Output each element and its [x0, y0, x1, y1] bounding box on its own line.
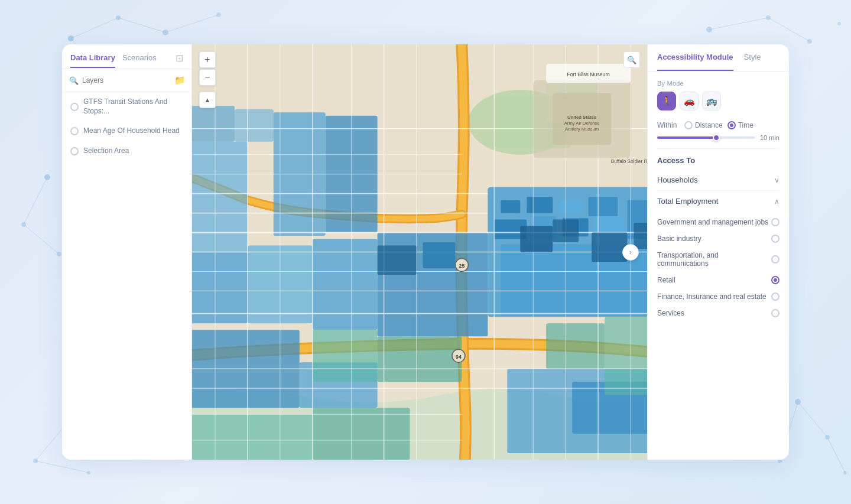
layer-item-mean-age[interactable]: Mean Age Of Household Head: [62, 121, 191, 141]
tab-style[interactable]: Style: [744, 44, 761, 71]
north-icon: ▲: [204, 96, 211, 103]
option-gov-radio[interactable]: [771, 218, 779, 226]
option-gov[interactable]: Government and management jobs: [648, 214, 789, 230]
svg-line-5: [71, 18, 118, 38]
svg-line-24: [798, 402, 827, 437]
svg-line-18: [709, 18, 768, 30]
option-transport-label: Transportation, and communications: [657, 251, 771, 268]
tab-accessibility-module[interactable]: Accessibility Module: [657, 44, 733, 71]
svg-text:25: 25: [459, 263, 465, 269]
chevron-right-icon: ›: [629, 248, 632, 256]
map-area[interactable]: 94 25 United States Army Air Defense Art…: [192, 44, 647, 460]
distance-label: Distance: [695, 121, 723, 129]
layer-item-selection[interactable]: Selection Area: [62, 141, 191, 161]
by-mode-section: By Mode 🚶 🚗 🚌: [648, 71, 789, 115]
north-button[interactable]: ▲: [199, 92, 216, 108]
households-accordion[interactable]: Households ∨: [648, 170, 789, 190]
svg-rect-101: [378, 246, 417, 275]
option-basic-label: Basic industry: [657, 235, 701, 243]
svg-point-21: [825, 435, 830, 440]
layer-item-gtfs[interactable]: GTFS Transit Stations And Stops:...: [62, 92, 191, 121]
option-services-label: Services: [657, 309, 684, 317]
svg-point-0: [68, 35, 74, 41]
layer-dot-gtfs: [70, 103, 79, 111]
svg-point-28: [33, 459, 38, 463]
svg-rect-102: [423, 242, 455, 268]
option-transport-radio[interactable]: [771, 255, 779, 264]
folder-icon[interactable]: 📁: [174, 75, 186, 86]
option-retail-label: Retail: [657, 276, 675, 284]
zoom-out-button[interactable]: −: [199, 69, 216, 86]
right-panel-tabs: Accessibility Module Style: [648, 44, 789, 71]
svg-rect-61: [546, 323, 605, 369]
map-expand-button[interactable]: ›: [622, 244, 639, 261]
layer-search-row: 🔍 📁: [62, 69, 191, 92]
option-retail-radio[interactable]: [771, 276, 779, 284]
tab-data-library[interactable]: Data Library: [70, 53, 115, 68]
layer-label-gtfs: GTFS Transit Stations And Stops:...: [83, 97, 183, 116]
svg-text:Army Air Defense: Army Air Defense: [564, 121, 600, 126]
households-label: Households: [657, 175, 698, 184]
option-basic-radio[interactable]: [771, 235, 779, 243]
svg-point-29: [87, 471, 90, 474]
time-label: Time: [738, 121, 753, 129]
svg-rect-38: [527, 197, 553, 213]
svg-rect-40: [589, 197, 618, 216]
within-row: Within Distance Time: [648, 115, 789, 132]
svg-rect-56: [378, 336, 462, 382]
search-icon: 🔍: [69, 76, 79, 85]
time-radio[interactable]: [727, 121, 736, 129]
map-search-icon: 🔍: [627, 56, 636, 64]
layer-label-mean-age: Mean Age Of Household Head: [83, 126, 180, 136]
svg-point-1: [116, 15, 121, 20]
option-retail[interactable]: Retail: [648, 272, 789, 288]
distance-option[interactable]: Distance: [684, 121, 723, 129]
option-transport[interactable]: Transportation, and communications: [648, 247, 789, 272]
option-finance-radio[interactable]: [771, 292, 779, 301]
zoom-in-button[interactable]: +: [199, 51, 216, 68]
mode-row: 🚶 🚗 🚌: [657, 92, 779, 110]
svg-point-17: [837, 22, 841, 25]
svg-rect-57: [192, 414, 313, 460]
svg-rect-64: [235, 109, 274, 142]
search-input[interactable]: [82, 76, 171, 84]
mode-walk-button[interactable]: 🚶: [657, 92, 676, 110]
svg-point-23: [843, 471, 847, 474]
panel-expand-icon[interactable]: ⊡: [176, 53, 183, 69]
option-finance[interactable]: Finance, Insurance and real estate: [648, 288, 789, 305]
svg-point-15: [766, 15, 771, 20]
by-mode-label: By Mode: [657, 80, 779, 87]
map-controls: + − ▲: [199, 51, 216, 108]
total-employment-accordion[interactable]: Total Employment ∧: [648, 191, 789, 212]
option-gov-label: Government and management jobs: [657, 218, 768, 226]
main-container: Data Library Scenarios ⊡ 🔍 📁 GTFS Transi…: [62, 44, 789, 460]
access-to-label: Access To: [648, 149, 789, 170]
tab-scenarios[interactable]: Scenarios: [122, 53, 157, 68]
svg-rect-100: [634, 223, 647, 249]
svg-text:Buffalo Soldier Rd: Buffalo Soldier Rd: [611, 159, 647, 164]
right-panel: Accessibility Module Style By Mode 🚶 🚗 🚌…: [647, 44, 789, 460]
svg-point-16: [807, 39, 812, 44]
option-services-radio[interactable]: [771, 309, 779, 317]
svg-rect-37: [501, 200, 520, 213]
time-option[interactable]: Time: [727, 121, 753, 129]
mode-transit-button[interactable]: 🚌: [702, 92, 721, 110]
total-employment-label: Total Employment: [657, 197, 718, 206]
svg-line-13: [24, 225, 59, 254]
left-panel: Data Library Scenarios ⊡ 🔍 📁 GTFS Transi…: [62, 44, 192, 460]
slider-thumb[interactable]: [713, 134, 720, 141]
map-search-button[interactable]: 🔍: [623, 51, 640, 68]
option-basic[interactable]: Basic industry: [648, 230, 789, 247]
distance-radio[interactable]: [684, 121, 693, 129]
svg-rect-58: [313, 408, 410, 460]
svg-text:Fort Bliss Museum: Fort Bliss Museum: [567, 71, 610, 77]
mode-car-button[interactable]: 🚗: [680, 92, 699, 110]
svg-point-3: [216, 12, 221, 17]
svg-line-30: [35, 425, 65, 461]
time-slider[interactable]: [657, 136, 755, 139]
option-services[interactable]: Services: [648, 305, 789, 321]
svg-point-10: [21, 222, 26, 227]
svg-line-19: [768, 18, 810, 41]
svg-line-12: [24, 177, 47, 225]
svg-text:94: 94: [456, 354, 462, 360]
